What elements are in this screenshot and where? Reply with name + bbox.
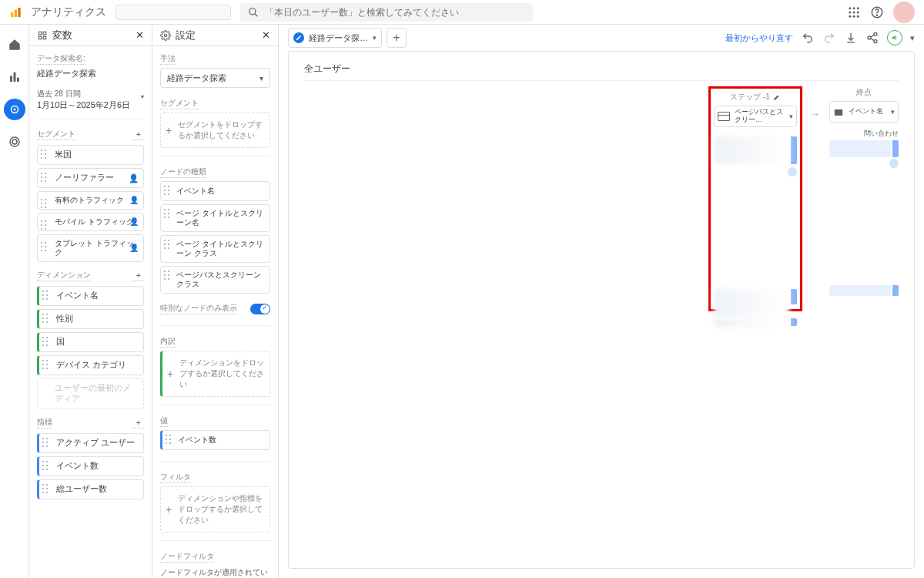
endpoint-column: 終点 イベント名 問い合わせ: [829, 87, 899, 296]
exploration-name-value[interactable]: 経路データ探索: [37, 68, 144, 79]
data-quality-icon[interactable]: [887, 30, 902, 45]
dimension-chip-disabled: ユーザーの最初のメディア: [37, 378, 144, 409]
breakdown-label: 内訳: [160, 336, 176, 348]
node-indicator: [788, 167, 797, 176]
redo-icon[interactable]: [822, 31, 836, 45]
chevron-down-icon[interactable]: ▾: [910, 33, 915, 43]
svg-point-8: [849, 11, 851, 13]
edit-step-icon[interactable]: [773, 93, 781, 101]
values-chip[interactable]: イベント数: [160, 430, 270, 450]
node-indicator: [889, 159, 899, 168]
node-type-chip[interactable]: イベント名: [160, 181, 270, 201]
nav-reports[interactable]: [4, 66, 25, 88]
left-nav-rail: [0, 25, 29, 578]
account-avatar[interactable]: [893, 2, 915, 23]
svg-point-7: [857, 7, 859, 9]
technique-label: 手法: [160, 53, 176, 65]
svg-point-28: [874, 32, 877, 35]
endpoint-dimension-select[interactable]: イベント名: [829, 101, 899, 123]
svg-point-27: [164, 34, 167, 37]
global-search[interactable]: [240, 3, 533, 22]
segment-chip[interactable]: 米国: [37, 145, 144, 165]
segment-chip[interactable]: ノーリファラー👤: [37, 168, 144, 188]
svg-rect-17: [13, 72, 15, 82]
search-input[interactable]: [265, 7, 525, 18]
path-node[interactable]: [714, 136, 797, 164]
add-tab-button[interactable]: +: [387, 28, 407, 48]
page-icon: [718, 112, 730, 121]
flow-arrow-icon: →: [811, 87, 820, 119]
svg-point-33: [893, 36, 896, 39]
segment-label: セグメント: [160, 98, 199, 109]
collapse-variables-icon[interactable]: ✕: [136, 29, 144, 41]
svg-rect-26: [43, 36, 46, 39]
variables-title: 変数: [52, 29, 72, 42]
endpoint-label: 終点: [856, 87, 872, 98]
metric-chip[interactable]: アクティブ ユーザー: [37, 433, 144, 453]
svg-rect-0: [11, 12, 13, 17]
node-type-chip[interactable]: ページパスとスクリーン クラス: [160, 266, 270, 294]
segment-dropzone[interactable]: +セグメントをドロップするか選択してください: [160, 113, 270, 148]
svg-line-32: [871, 39, 875, 41]
filter-label: フィルタ: [160, 472, 191, 483]
dimension-chip[interactable]: 国: [37, 332, 144, 352]
add-dimension-button[interactable]: +: [133, 271, 144, 281]
node-filter-label: ノードフィルタ: [160, 551, 214, 563]
collapse-settings-icon[interactable]: ✕: [262, 29, 270, 41]
filter-dropzone[interactable]: +ディメンションや指標をドロップするか選択してください: [160, 486, 270, 533]
undo-icon[interactable]: [801, 31, 815, 45]
exploration-tab[interactable]: 経路データ探…: [288, 28, 382, 48]
dimension-chip[interactable]: デバイス カテゴリ: [37, 355, 144, 375]
svg-rect-1: [15, 9, 17, 16]
svg-line-31: [871, 35, 875, 37]
svg-point-9: [853, 11, 855, 13]
breakdown-dropzone[interactable]: +ディメンションをドロップするか選択してください: [160, 351, 270, 397]
svg-rect-16: [10, 76, 12, 82]
technique-select[interactable]: 経路データ探索: [160, 68, 270, 88]
settings-icon: [160, 30, 171, 41]
add-segment-button[interactable]: +: [133, 129, 144, 140]
special-nodes-label: 特別なノードのみ表示: [160, 303, 237, 314]
settings-pane: 設定 ✕ 手法 経路データ探索 セグメント +セグメントをドロップするか選択して…: [152, 25, 279, 578]
svg-rect-18: [17, 78, 19, 82]
segment-chip[interactable]: タブレット トラフィック👤: [37, 234, 144, 262]
reset-exploration-link[interactable]: 最初からやり直す: [725, 32, 793, 44]
property-selector[interactable]: [116, 5, 231, 20]
share-icon[interactable]: [865, 31, 879, 45]
svg-point-29: [868, 36, 871, 39]
svg-rect-23: [38, 32, 42, 35]
node-type-chip[interactable]: ページ タイトルとスクリーン クラス: [160, 235, 270, 263]
metrics-heading: 指標: [37, 417, 52, 428]
help-icon[interactable]: [870, 5, 884, 19]
node-filter-text: ノードフィルタが適用されていません。: [160, 567, 270, 578]
segment-chip[interactable]: モバイル トラフィック👤: [37, 213, 144, 231]
svg-rect-2: [18, 8, 20, 17]
segments-heading: セグメント: [37, 129, 75, 140]
user-segment-icon: 👤: [129, 244, 139, 253]
endpoint-node-label: 問い合わせ: [829, 129, 899, 139]
add-metric-button[interactable]: +: [133, 418, 144, 428]
app-title: アナリティクス: [31, 5, 106, 19]
path-node[interactable]: [714, 289, 797, 317]
user-segment-icon: 👤: [129, 173, 139, 183]
download-icon[interactable]: [844, 31, 858, 45]
segment-chip[interactable]: 有料のトラフィック👤: [37, 191, 144, 210]
metric-chip[interactable]: イベント数: [37, 456, 144, 476]
variables-pane: 変数 ✕ データ探索名: 経路データ探索 過去 28 日間 1月10日～2025…: [29, 25, 152, 578]
nav-advertising[interactable]: [4, 131, 25, 153]
apps-icon[interactable]: [847, 5, 861, 19]
step-1-dimension-select[interactable]: ページパスとスクリー…: [714, 106, 797, 127]
nav-explore[interactable]: [4, 99, 25, 120]
canvas: 経路データ探… + 最初からやり直す ▾ 全ユーザー ス: [279, 25, 924, 578]
date-range-picker[interactable]: 過去 28 日間 1月10日～2025年2月6日: [37, 89, 144, 111]
metric-chip[interactable]: 総ユーザー数: [37, 479, 144, 499]
path-node[interactable]: [829, 140, 899, 157]
path-node[interactable]: [714, 318, 797, 328]
step-minus-1-column: ステップ -1 ページパスとスクリー…: [709, 87, 802, 311]
special-nodes-toggle[interactable]: [250, 304, 270, 314]
dimension-chip[interactable]: イベント名: [37, 286, 144, 306]
nav-home[interactable]: [4, 34, 25, 55]
node-type-chip[interactable]: ページ タイトルとスクリーン名: [160, 204, 270, 232]
path-node[interactable]: [829, 285, 899, 296]
dimension-chip[interactable]: 性別: [37, 309, 144, 329]
